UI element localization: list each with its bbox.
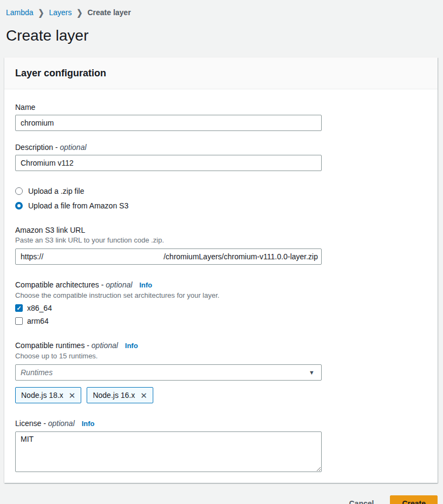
remove-token-icon[interactable]: ✕ xyxy=(140,391,147,400)
name-field-group: Name xyxy=(15,102,427,131)
runtimes-label: Compatible runtimes - optional Info xyxy=(15,341,427,351)
panel-header: Layer configuration xyxy=(4,57,438,89)
radio-unselected-icon[interactable] xyxy=(15,187,23,195)
layer-configuration-panel: Layer configuration Name Description - o… xyxy=(4,57,438,483)
footer-actions: Cancel Create xyxy=(0,495,438,504)
radio-label: Upload a .zip file xyxy=(28,187,84,195)
runtimes-hint: Choose up to 15 runtimes. xyxy=(15,352,427,361)
license-info-link[interactable]: Info xyxy=(82,420,95,428)
breadcrumb-link-lambda[interactable]: Lambda xyxy=(6,8,34,17)
architectures-optional-text: optional xyxy=(106,280,132,289)
license-label-text: License - xyxy=(15,419,46,428)
runtimes-info-link[interactable]: Info xyxy=(125,342,138,350)
create-layer-page: Lambda ❯ Layers ❯ Create layer Create la… xyxy=(0,0,443,504)
description-label: Description - optional xyxy=(15,142,427,152)
runtimes-select[interactable]: Runtimes ▼ xyxy=(15,364,322,381)
license-field-group: License - optional Info MIT xyxy=(15,418,427,472)
check-icon: ✓ xyxy=(16,305,21,311)
token-label: Node.js 16.x xyxy=(93,391,135,400)
runtimes-label-text: Compatible runtimes - xyxy=(15,341,89,350)
remove-token-icon[interactable]: ✕ xyxy=(69,391,76,400)
architectures-field-group: Compatible architectures - optional Info… xyxy=(15,280,427,325)
checkbox-label: arm64 xyxy=(27,317,49,325)
caret-down-icon: ▼ xyxy=(309,369,315,376)
cancel-button[interactable]: Cancel xyxy=(347,497,376,504)
name-input[interactable] xyxy=(15,115,322,131)
checkbox-option-x86_64[interactable]: ✓ x86_64 xyxy=(15,304,427,312)
create-button[interactable]: Create xyxy=(390,495,438,504)
license-label: License - optional Info xyxy=(15,418,427,429)
s3-url-hint: Paste an S3 link URL to your function co… xyxy=(15,236,427,245)
runtimes-optional-text: optional xyxy=(92,341,118,350)
architectures-label: Compatible architectures - optional Info xyxy=(15,280,427,290)
radio-label: Upload a file from Amazon S3 xyxy=(28,201,128,210)
token-nodejs-16: Node.js 16.x ✕ xyxy=(87,387,153,403)
panel-title: Layer configuration xyxy=(15,67,427,80)
breadcrumb: Lambda ❯ Layers ❯ Create layer xyxy=(0,0,443,17)
radio-option-upload-zip[interactable]: Upload a .zip file xyxy=(15,187,427,195)
chevron-right-icon: ❯ xyxy=(38,8,44,17)
runtimes-token-row: Node.js 18.x ✕ Node.js 16.x ✕ xyxy=(15,387,427,403)
s3-url-field-group: Amazon S3 link URL Paste an S3 link URL … xyxy=(15,225,427,265)
architectures-info-link[interactable]: Info xyxy=(139,281,152,289)
runtimes-select-placeholder: Runtimes xyxy=(21,368,53,377)
architectures-hint: Choose the compatible instruction set ar… xyxy=(15,291,427,300)
radio-selected-icon[interactable] xyxy=(15,202,23,210)
upload-radio-group: Upload a .zip file Upload a file from Am… xyxy=(15,187,427,210)
description-input[interactable] xyxy=(15,155,322,171)
description-optional-text: optional xyxy=(60,143,86,152)
s3-url-prefix: https:// xyxy=(21,252,43,261)
checkbox-option-arm64[interactable]: arm64 xyxy=(15,317,427,325)
license-optional-text: optional xyxy=(48,419,75,428)
page-title: Create layer xyxy=(6,26,443,45)
s3-url-label: Amazon S3 link URL xyxy=(15,225,427,235)
checkbox-checked-icon[interactable]: ✓ xyxy=(15,304,23,312)
license-textarea[interactable]: MIT xyxy=(15,431,322,472)
chevron-right-icon: ❯ xyxy=(77,8,83,17)
checkbox-unchecked-icon[interactable] xyxy=(15,317,23,325)
token-label: Node.js 18.x xyxy=(21,391,63,400)
name-label: Name xyxy=(15,102,427,112)
breadcrumb-link-layers[interactable]: Layers xyxy=(49,8,72,17)
description-field-group: Description - optional xyxy=(15,142,427,171)
description-label-text: Description - xyxy=(15,143,58,152)
checkbox-label: x86_64 xyxy=(27,304,52,312)
radio-option-upload-s3[interactable]: Upload a file from Amazon S3 xyxy=(15,201,427,210)
token-nodejs-18: Node.js 18.x ✕ xyxy=(15,387,81,403)
breadcrumb-current: Create layer xyxy=(87,8,131,17)
architectures-label-text: Compatible architectures - xyxy=(15,280,103,289)
s3-url-input[interactable]: https:// /chromiumLayers/chromium-v111.0… xyxy=(15,248,322,265)
panel-body: Name Description - optional Upload a .zi… xyxy=(4,89,438,483)
runtimes-field-group: Compatible runtimes - optional Info Choo… xyxy=(15,341,427,403)
s3-url-suffix: /chromiumLayers/chromium-v111.0.0-layer.… xyxy=(164,252,318,261)
